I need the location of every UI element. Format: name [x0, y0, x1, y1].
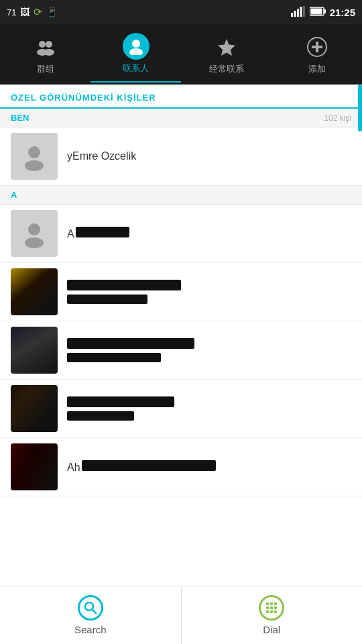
avatar-a3 — [11, 327, 58, 374]
svg-rect-27 — [266, 606, 269, 609]
search-nav-label: Search — [74, 624, 107, 635]
svg-rect-24 — [266, 602, 269, 605]
svg-point-20 — [28, 223, 40, 235]
contact-list-container: ÖZEL GÖRÜNÜMDEKİ KİŞİLER BEN 102 kişi yE… — [0, 85, 362, 586]
contact-a1-name: A — [67, 227, 129, 240]
avatar-a4 — [11, 385, 58, 432]
search-icon — [78, 595, 103, 621]
bottom-nav: Search Dial — [0, 586, 362, 644]
contact-a5[interactable]: Ah — [0, 438, 362, 496]
add-icon — [304, 34, 330, 60]
camera-icon: 🖼 — [20, 7, 29, 17]
contact-a3-name — [67, 338, 194, 349]
svg-rect-29 — [274, 606, 277, 609]
tab-groups-label: 群组 — [37, 63, 54, 75]
tab-contacts-label: 联系人 — [123, 62, 149, 74]
contact-a3-detail — [67, 353, 161, 362]
status-right-icons: 21:25 — [291, 6, 355, 19]
contact-a3-info — [67, 338, 194, 362]
notification-count: 71 — [7, 7, 16, 17]
svg-rect-1 — [294, 11, 296, 17]
contact-a3[interactable] — [0, 321, 362, 380]
contact-a4-detail — [67, 411, 134, 421]
search-nav-item[interactable]: Search — [0, 586, 182, 644]
group-label-a: A — [0, 186, 362, 205]
contact-yemre-info: yEmre Ozcelik — [67, 150, 136, 162]
svg-point-18 — [28, 146, 40, 158]
tab-frequent-label: 经常联系 — [209, 63, 244, 75]
scroll-indicator — [358, 85, 362, 131]
group-label-ben: BEN 102 kişi — [0, 109, 362, 127]
svg-point-11 — [44, 49, 54, 56]
svg-rect-4 — [303, 6, 305, 17]
svg-rect-17 — [312, 46, 322, 48]
tab-groups[interactable]: 群组 — [0, 27, 90, 82]
contact-a4-name — [67, 396, 174, 407]
contact-yemre-name: yEmre Ozcelik — [67, 150, 136, 162]
svg-point-19 — [25, 160, 44, 171]
svg-point-21 — [25, 237, 44, 248]
clock: 21:25 — [330, 7, 355, 18]
svg-rect-6 — [324, 9, 326, 13]
frequent-icon — [213, 34, 240, 60]
svg-line-23 — [93, 610, 97, 614]
tab-contacts[interactable]: 联系人 — [90, 26, 181, 83]
dial-icon — [259, 595, 284, 621]
group-name-a: A — [11, 190, 17, 200]
contact-a2-info — [67, 280, 181, 304]
svg-rect-2 — [297, 9, 299, 17]
tab-add-label: 添加 — [308, 63, 326, 75]
groups-icon — [32, 34, 59, 60]
svg-rect-30 — [266, 610, 269, 613]
svg-marker-14 — [218, 39, 235, 56]
svg-rect-0 — [291, 13, 293, 17]
svg-point-13 — [129, 48, 143, 55]
svg-rect-3 — [300, 7, 302, 17]
status-left-icons: 71 🖼 ⟳ 📱 — [7, 6, 58, 18]
avatar-a1 — [11, 210, 58, 257]
svg-point-12 — [132, 40, 140, 48]
avatar-a5 — [11, 443, 58, 490]
contact-a5-name: Ah — [67, 460, 216, 474]
tab-add[interactable]: 添加 — [272, 27, 362, 82]
avatar-yemre — [11, 133, 58, 180]
battery-icon — [310, 7, 326, 18]
svg-rect-32 — [274, 610, 277, 613]
contact-a1-info: A — [67, 227, 129, 240]
phone-icon: 📱 — [46, 7, 58, 17]
contact-a2-name — [67, 280, 181, 290]
group-count-ben: 102 kişi — [324, 113, 351, 123]
svg-point-22 — [85, 602, 93, 610]
contact-a4[interactable] — [0, 380, 362, 438]
svg-rect-28 — [270, 606, 273, 609]
section-title: ÖZEL GÖRÜNÜMDEKİ KİŞİLER — [11, 93, 156, 103]
svg-point-8 — [39, 41, 46, 48]
svg-rect-7 — [310, 8, 322, 14]
contact-a5-info: Ah — [67, 460, 216, 474]
svg-rect-25 — [270, 602, 273, 605]
signal-icon — [291, 6, 306, 19]
svg-rect-26 — [274, 602, 277, 605]
avatar-a2 — [11, 268, 58, 315]
sync-icon: ⟳ — [34, 6, 42, 18]
section-header: ÖZEL GÖRÜNÜMDEKİ KİŞİLER — [0, 85, 362, 109]
status-bar: 71 🖼 ⟳ 📱 21:25 — [0, 0, 362, 24]
dial-nav-item[interactable]: Dial — [182, 586, 363, 644]
contact-a4-info — [67, 396, 174, 421]
contact-a1[interactable]: A — [0, 205, 362, 263]
contact-a2[interactable] — [0, 263, 362, 321]
contacts-icon — [123, 33, 149, 60]
contact-yemre[interactable]: yEmre Ozcelik — [0, 127, 362, 186]
svg-point-9 — [46, 41, 52, 48]
tab-bar: 群组 联系人 经常联系 添加 — [0, 24, 362, 85]
svg-rect-31 — [270, 610, 273, 613]
tab-frequent[interactable]: 经常联系 — [181, 27, 272, 82]
dial-nav-label: Dial — [263, 624, 280, 635]
contact-a2-detail — [67, 294, 147, 304]
group-name-ben: BEN — [11, 113, 29, 123]
